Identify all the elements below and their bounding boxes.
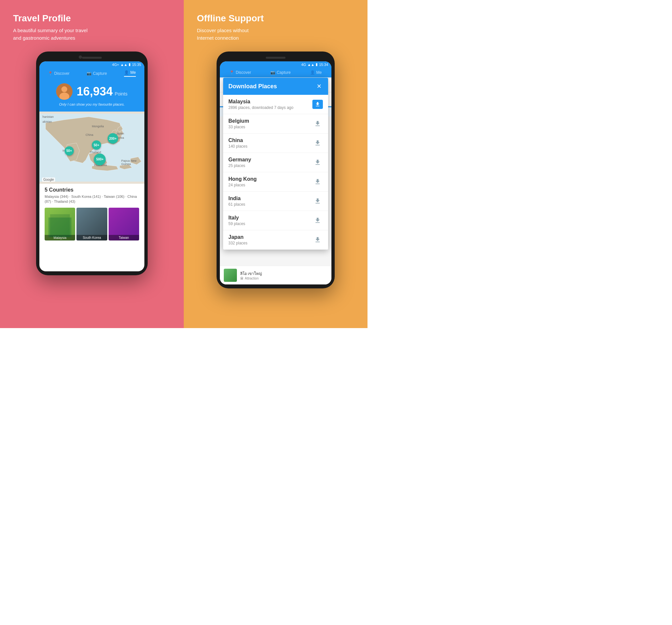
- map-bubble-200: 200+: [107, 133, 118, 144]
- country-places-japan: 332 places: [229, 241, 312, 245]
- modal-title: Download Places: [229, 83, 277, 90]
- modal-close-button[interactable]: ✕: [315, 82, 323, 90]
- countries-title: 5 Countries: [45, 187, 139, 193]
- country-places-belgium: 33 places: [229, 125, 312, 129]
- country-name-germany: Germany: [229, 157, 312, 163]
- right-subtitle: Discover places withoutInternet connecti…: [197, 27, 354, 42]
- camera-icon: 📷: [87, 71, 92, 76]
- right-tab-discover[interactable]: 📍 Discover: [230, 70, 251, 75]
- right-signal-icon: 4G: [301, 63, 306, 67]
- left-phone-frame: 4G+ ▲▲ ▮ 15:35 📍 Discover 📷 Capture 👤 Me: [36, 51, 148, 275]
- profile-quote: Only I can show you my favourite places.: [45, 102, 139, 106]
- country-places-italy: 59 places: [229, 221, 312, 226]
- right-tab-capture[interactable]: 📷 Capture: [270, 70, 291, 75]
- nav-tabs: 📍 Discover 📷 Capture 👤 Me: [39, 68, 144, 79]
- right-tab-me[interactable]: 👤 Me: [310, 70, 322, 75]
- country-item-malaysia[interactable]: Malaysia 2896 places, downloaded 7 days …: [223, 95, 328, 114]
- peek-title: ลิโอ เขาใหญ่: [240, 270, 262, 277]
- country-name-malaysia: Malaysia: [229, 99, 312, 105]
- photo-south-korea: South Korea: [76, 208, 107, 240]
- tab-capture[interactable]: 📷 Capture: [87, 70, 107, 77]
- right-battery-icon: ▮: [316, 62, 318, 67]
- signal-icon: 4G+: [112, 63, 119, 67]
- photo-taiwan: Taiwan: [109, 208, 139, 240]
- map-bubble-50b: 50+: [65, 146, 74, 155]
- country-places-hongkong: 24 places: [229, 183, 312, 187]
- wifi-icon: ▲▲: [120, 63, 128, 67]
- right-status-bar: 4G ▲▲ ▮ 15:34: [220, 62, 331, 68]
- country-name-japan: Japan: [229, 234, 312, 240]
- country-name-china: China: [229, 138, 312, 143]
- map-container: Mongolia China Japan South Korea India T…: [39, 112, 144, 184]
- country-places-germany: 25 places: [229, 163, 312, 168]
- right-title: Offline Support: [197, 13, 354, 24]
- country-item-india[interactable]: India 61 places: [223, 192, 328, 211]
- tab-discover[interactable]: 📍 Discover: [48, 70, 70, 77]
- right-phone-screen: 4G ▲▲ ▮ 15:34 📍 Discover 📷 Capture 👤 Me: [220, 62, 331, 285]
- left-phone-screen: 4G+ ▲▲ ▮ 15:35 📍 Discover 📷 Capture 👤 Me: [39, 62, 144, 271]
- right-nav-tabs: 📍 Discover 📷 Capture 👤 Me: [220, 68, 331, 77]
- right-time-display: 15:34: [319, 63, 328, 67]
- peek-subtitle: 🏛 Attraction: [240, 277, 262, 280]
- download-icon-hongkong[interactable]: [312, 176, 323, 187]
- download-icon-germany[interactable]: [312, 157, 323, 168]
- person-icon: 👤: [124, 70, 129, 75]
- modal-header: Download Places ✕: [223, 78, 328, 95]
- country-item-germany[interactable]: Germany 25 places: [223, 153, 328, 172]
- country-info-belgium: Belgium 33 places: [229, 118, 312, 129]
- country-info-china: China 140 places: [229, 138, 312, 149]
- points-display: 16,934 Points: [76, 85, 127, 98]
- country-item-italy[interactable]: Italy 59 places: [223, 211, 328, 230]
- download-icon-belgium[interactable]: [312, 118, 323, 129]
- country-info-hongkong: Hong Kong 24 places: [229, 176, 312, 187]
- left-subtitle: A beautiful summary of your traveland ga…: [13, 27, 171, 42]
- photo-label-taiwan: Taiwan: [109, 235, 139, 240]
- download-icon-china[interactable]: [312, 138, 323, 148]
- svg-point-1: [62, 86, 67, 92]
- profile-row: 16,934 Points: [45, 83, 139, 100]
- country-item-belgium[interactable]: Belgium 33 places: [223, 114, 328, 134]
- country-info-germany: Germany 25 places: [229, 157, 312, 168]
- country-info-japan: Japan 332 places: [229, 234, 312, 245]
- country-info-malaysia: Malaysia 2896 places, downloaded 7 days …: [229, 99, 312, 110]
- countries-section: 5 Countries Malaysia (344) · South Korea…: [39, 184, 144, 244]
- download-icon-italy[interactable]: [312, 215, 323, 226]
- download-icon-japan[interactable]: [312, 235, 323, 245]
- left-panel: Travel Profile A beautiful summary of yo…: [0, 0, 184, 328]
- battery-icon: ▮: [129, 62, 130, 67]
- country-places-india: 61 places: [229, 202, 312, 207]
- country-item-hongkong[interactable]: Hong Kong 24 places: [223, 172, 328, 192]
- left-status-bar: 4G+ ▲▲ ▮ 15:35: [39, 62, 144, 68]
- country-places-malaysia: 2896 places, downloaded 7 days ago: [229, 105, 312, 110]
- download-icon-india[interactable]: [312, 196, 323, 207]
- left-title: Travel Profile: [13, 13, 171, 24]
- map-bubble-500: 500+: [94, 153, 106, 165]
- countries-list: Malaysia (344) · South Korea (141) · Tai…: [45, 194, 139, 205]
- country-name-belgium: Belgium: [229, 118, 312, 124]
- country-info-india: India 61 places: [229, 195, 312, 207]
- tab-me[interactable]: 👤 Me: [124, 70, 136, 77]
- map-bubble-50a: 50+: [92, 140, 101, 150]
- photo-malaysia: Malaysia: [45, 208, 75, 240]
- photo-row: Malaysia South Korea Taiwan: [45, 208, 139, 240]
- country-name-hongkong: Hong Kong: [229, 176, 312, 182]
- country-item-japan[interactable]: Japan 332 places: [223, 230, 328, 250]
- country-name-india: India: [229, 195, 312, 201]
- points-label: Points: [115, 91, 128, 96]
- bottom-peek: ลิโอ เขาใหญ่ 🏛 Attraction: [220, 266, 331, 285]
- attraction-icon: 🏛: [240, 277, 243, 280]
- time-display: 15:35: [132, 63, 141, 67]
- points-value: 16,934: [76, 85, 113, 98]
- country-name-italy: Italy: [229, 215, 312, 221]
- svg-rect-5: [50, 214, 70, 237]
- country-info-italy: Italy 59 places: [229, 215, 312, 226]
- right-panel: Offline Support Discover places withoutI…: [184, 0, 367, 328]
- google-logo: Google: [42, 177, 55, 182]
- country-item-china[interactable]: China 140 places: [223, 134, 328, 153]
- download-icon-malaysia[interactable]: [312, 100, 323, 109]
- avatar: [56, 83, 73, 100]
- right-phone-frame: 4G ▲▲ ▮ 15:34 📍 Discover 📷 Capture 👤 Me: [217, 51, 335, 288]
- peek-thumbnail: [224, 269, 237, 282]
- profile-section: 16,934 Points Only I can show you my fav…: [39, 79, 144, 112]
- country-places-china: 140 places: [229, 144, 312, 149]
